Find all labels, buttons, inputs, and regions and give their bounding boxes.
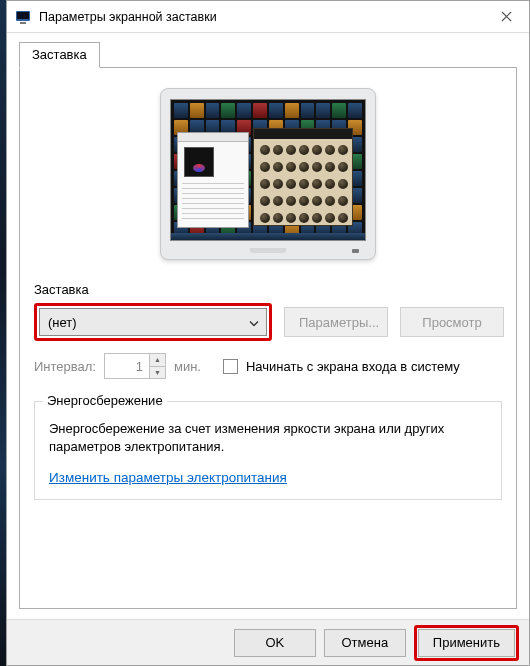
highlight-apply: Применить xyxy=(414,625,519,661)
close-icon xyxy=(501,11,512,22)
svg-rect-2 xyxy=(20,22,26,24)
resume-checkbox-label[interactable]: Начинать с экрана входа в систему xyxy=(246,359,460,374)
interval-label: Интервал: xyxy=(34,359,96,374)
titlebar[interactable]: Параметры экранной заставки xyxy=(7,1,529,33)
cancel-button[interactable]: Отмена xyxy=(324,629,406,657)
screensaver-label: Заставка xyxy=(34,282,502,297)
tab-screensaver[interactable]: Заставка xyxy=(19,42,100,68)
tabstrip: Заставка xyxy=(19,41,517,67)
spinner-up-icon[interactable]: ▲ xyxy=(150,354,165,367)
ok-button[interactable]: OK xyxy=(234,629,316,657)
power-group: Энергосбережение Энергосбережение за сче… xyxy=(34,401,502,500)
dialog-footer: OK Отмена Применить xyxy=(7,619,529,665)
apply-button[interactable]: Применить xyxy=(418,629,515,657)
preview-button: Просмотр xyxy=(400,307,504,337)
highlight-select: (нет) xyxy=(34,303,272,341)
screensaver-select[interactable]: (нет) xyxy=(39,308,267,336)
spinner-down-icon[interactable]: ▼ xyxy=(150,367,165,379)
interval-input[interactable] xyxy=(105,354,149,378)
settings-button: Параметры... xyxy=(284,307,388,337)
monitor-graphic xyxy=(160,88,376,260)
close-button[interactable] xyxy=(483,1,529,33)
interval-spinner[interactable]: ▲ ▼ xyxy=(104,353,166,379)
preview-area xyxy=(34,82,502,282)
svg-rect-1 xyxy=(17,12,29,19)
tab-panel: Заставка (нет) Параметры... Просмотр xyxy=(19,67,517,609)
monitor-screen xyxy=(170,99,366,241)
power-text: Энергосбережение за счет изменения яркос… xyxy=(49,420,487,456)
power-legend: Энергосбережение xyxy=(43,393,167,408)
preview-app-window-2 xyxy=(253,128,353,226)
resume-checkbox[interactable] xyxy=(223,359,238,374)
power-settings-link[interactable]: Изменить параметры электропитания xyxy=(49,470,287,485)
interval-unit: мин. xyxy=(174,359,201,374)
app-icon xyxy=(15,9,31,25)
window-title: Параметры экранной заставки xyxy=(39,10,483,24)
screensaver-settings-window: Параметры экранной заставки Заставка xyxy=(6,0,530,666)
preview-app-window-1 xyxy=(177,132,249,228)
